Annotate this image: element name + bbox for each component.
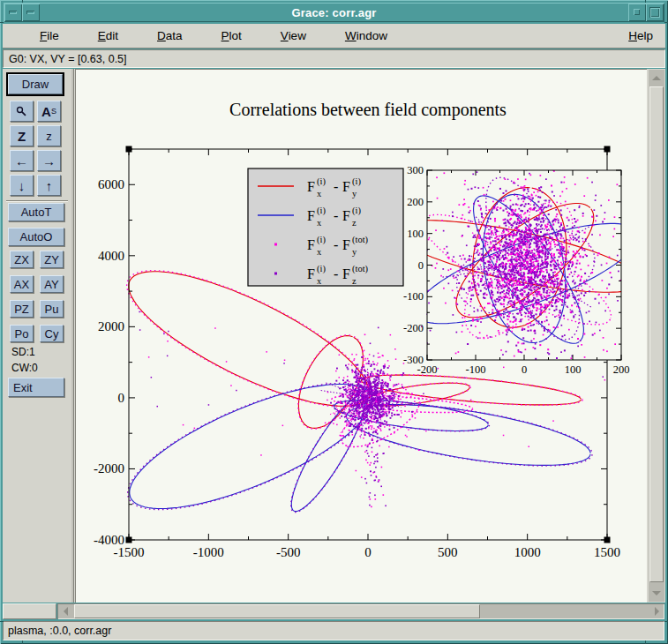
svg-text:(i): (i) xyxy=(317,176,326,187)
svg-text:300: 300 xyxy=(407,164,424,176)
autoscale-button[interactable]: AS xyxy=(37,101,61,122)
svg-text:x: x xyxy=(317,189,322,198)
menu-plot[interactable]: Plot xyxy=(221,29,242,42)
svg-text:-500: -500 xyxy=(276,545,301,559)
autoo-button[interactable]: AutoO xyxy=(8,228,64,246)
pan-down-button[interactable]: ↓ xyxy=(10,175,34,196)
zoom-tool-button[interactable] xyxy=(10,101,34,122)
svg-text:(i): (i) xyxy=(317,235,326,245)
graph-svg[interactable]: Correlations between field components-15… xyxy=(76,70,647,603)
zoom-out-button[interactable]: z xyxy=(37,125,61,146)
scroll-up-icon[interactable] xyxy=(649,71,664,85)
zy-button[interactable]: ZY xyxy=(40,251,64,268)
cw-label: CW:0 xyxy=(11,362,38,374)
svg-text:100: 100 xyxy=(407,228,424,240)
window-title: Grace: corr.agr xyxy=(4,6,664,19)
ay-button[interactable]: AY xyxy=(40,275,64,293)
menu-help[interactable]: Help xyxy=(628,29,653,42)
menu-file[interactable]: File xyxy=(40,29,59,42)
svg-text:y: y xyxy=(352,189,357,198)
vertical-scrollbar-thumb[interactable] xyxy=(649,86,664,582)
svg-text:F: F xyxy=(307,237,315,252)
svg-text:F: F xyxy=(307,266,315,281)
menu-edit[interactable]: Edit xyxy=(98,29,118,42)
pan-right-button[interactable]: → xyxy=(37,150,61,171)
svg-text:-2000: -2000 xyxy=(94,461,124,476)
ax-button[interactable]: AX xyxy=(10,275,34,293)
scroll-corner-box xyxy=(3,603,56,619)
svg-text:-300: -300 xyxy=(403,354,424,366)
svg-text:1000: 1000 xyxy=(514,545,541,559)
cy-button[interactable]: Cy xyxy=(40,325,64,342)
down-arrow-icon: ↓ xyxy=(19,178,26,193)
pan-up-button[interactable]: ↑ xyxy=(37,175,61,196)
svg-text:100: 100 xyxy=(565,363,582,376)
svg-text:2000: 2000 xyxy=(98,319,124,333)
svg-text:6000: 6000 xyxy=(98,177,124,191)
grace-window: Grace: corr.agr File Edit Data Plot View… xyxy=(0,0,668,644)
scroll-left-icon[interactable] xyxy=(58,604,72,618)
svg-text:200: 200 xyxy=(407,196,424,208)
vertical-scrollbar[interactable] xyxy=(649,70,664,602)
titlebar[interactable]: Grace: corr.agr xyxy=(4,3,664,22)
statusbar-text: plasma, :0.0, corr.agr xyxy=(8,625,111,637)
svg-text:-1000: -1000 xyxy=(193,545,224,559)
svg-text:(i): (i) xyxy=(352,206,361,216)
svg-text:F: F xyxy=(307,208,315,223)
svg-text:y: y xyxy=(352,247,357,257)
svg-text:-100: -100 xyxy=(466,363,486,376)
svg-text:200: 200 xyxy=(613,363,630,376)
zoom-in-button[interactable]: Z xyxy=(10,125,34,146)
plot-canvas[interactable]: Correlations between field components-15… xyxy=(75,69,647,603)
svg-text:F: F xyxy=(307,179,315,194)
svg-text:-: - xyxy=(334,208,338,223)
svg-text:(i): (i) xyxy=(317,206,326,216)
svg-text:z: z xyxy=(352,276,357,286)
menu-window[interactable]: Window xyxy=(345,29,387,42)
po-button[interactable]: Po xyxy=(10,325,34,342)
horizontal-scrollbar-thumb[interactable] xyxy=(74,604,480,618)
svg-text:F: F xyxy=(342,266,350,281)
svg-text:(i): (i) xyxy=(352,176,361,187)
menubar: File Edit Data Plot View Window Help xyxy=(3,24,665,49)
maximize-icon[interactable] xyxy=(646,4,664,21)
minimize-icon[interactable] xyxy=(628,4,646,21)
legend: F(i)x-F(i)yF(i)x-F(i)zF(i)x-F(tot)yF(i)x… xyxy=(248,168,403,286)
workspace: Draw AS Z z ← → ↓ ↑ AutoT AutoO ZX ZY AX xyxy=(3,69,665,603)
svg-text:F: F xyxy=(342,179,350,194)
toolbar: Draw AS Z z ← → ↓ ↑ AutoT AutoO ZX ZY AX xyxy=(3,69,74,603)
left-arrow-icon: ← xyxy=(15,154,28,168)
zx-button[interactable]: ZX xyxy=(10,251,34,268)
sd-label: SD:1 xyxy=(11,346,35,358)
up-arrow-icon: ↑ xyxy=(46,178,53,193)
svg-text:-: - xyxy=(334,266,338,281)
svg-text:0: 0 xyxy=(418,259,424,272)
locator-bar: G0: VX, VY = [0.63, 0.5] xyxy=(3,49,665,68)
magnifier-icon xyxy=(16,105,27,118)
svg-text:(i): (i) xyxy=(317,264,326,274)
autot-button[interactable]: AutoT xyxy=(8,203,64,221)
toolbar-separator xyxy=(6,200,68,202)
scroll-right-icon[interactable] xyxy=(649,604,664,618)
statusbar: plasma, :0.0, corr.agr xyxy=(3,621,664,640)
menu-view[interactable]: View xyxy=(281,29,306,42)
svg-text:x: x xyxy=(317,276,322,286)
svg-text:0: 0 xyxy=(364,545,372,559)
horizontal-scrollbar[interactable] xyxy=(57,603,664,619)
draw-button[interactable]: Draw xyxy=(8,74,63,94)
pan-left-button[interactable]: ← xyxy=(10,150,34,171)
svg-text:-: - xyxy=(334,237,338,252)
svg-text:x: x xyxy=(317,218,322,228)
svg-text:4000: 4000 xyxy=(98,249,124,263)
right-arrow-icon: → xyxy=(42,154,56,168)
svg-text:Correlations between field com: Correlations between field components xyxy=(229,100,507,120)
pz-button[interactable]: PZ xyxy=(10,300,34,318)
svg-text:-100: -100 xyxy=(403,290,424,303)
pu-button[interactable]: Pu xyxy=(40,300,64,318)
svg-text:(tot): (tot) xyxy=(352,235,369,245)
scroll-down-icon[interactable] xyxy=(649,586,664,600)
menu-data[interactable]: Data xyxy=(157,29,183,42)
locator-text: G0: VX, VY = [0.63, 0.5] xyxy=(9,53,127,65)
autoscale-sublabel: S xyxy=(51,107,56,116)
exit-button[interactable]: Exit xyxy=(8,378,64,397)
